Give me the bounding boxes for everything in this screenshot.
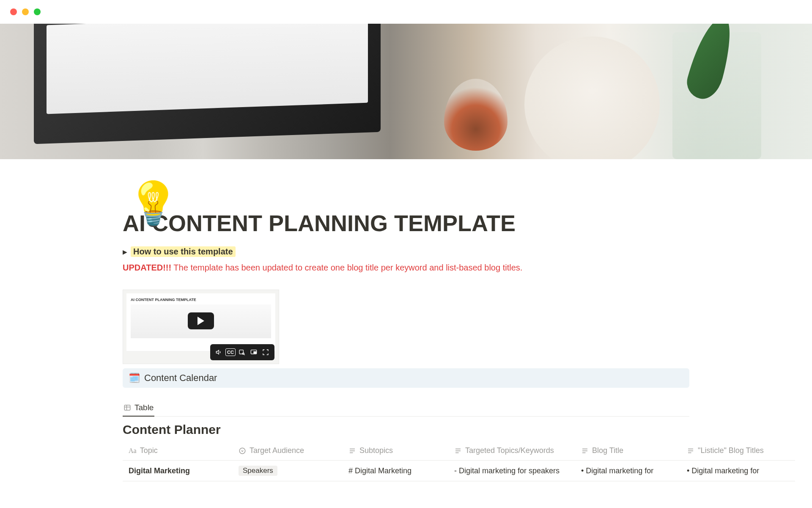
cell-listicle[interactable]: • Digital marketing for bbox=[681, 461, 795, 481]
text-prop-icon bbox=[348, 447, 356, 455]
tab-table[interactable]: Table bbox=[123, 400, 154, 417]
col-subtopics[interactable]: Subtopics bbox=[343, 441, 448, 461]
toggle-triangle-icon: ▶ bbox=[123, 248, 127, 255]
transcript-search-icon[interactable] bbox=[236, 347, 247, 358]
close-window-dot[interactable] bbox=[10, 8, 17, 15]
maximize-window-dot[interactable] bbox=[34, 8, 41, 15]
col-topic-label: Topic bbox=[140, 446, 158, 455]
cell-blog-title[interactable]: • Digital marketing for bbox=[575, 461, 681, 481]
update-notice: UPDATED!!! The template has been updated… bbox=[123, 263, 689, 273]
calendar-link-label: Content Calendar bbox=[144, 373, 217, 384]
cover-image[interactable] bbox=[0, 24, 812, 159]
pip-icon[interactable] bbox=[248, 347, 259, 358]
col-keywords[interactable]: Targeted Topics/Keywords bbox=[448, 441, 575, 461]
tab-table-label: Table bbox=[134, 403, 154, 412]
page-title: AI CONTENT PLANNING TEMPLATE bbox=[123, 210, 689, 236]
text-prop-icon bbox=[687, 447, 694, 455]
svg-point-5 bbox=[239, 448, 245, 454]
col-keywords-label: Targeted Topics/Keywords bbox=[465, 446, 554, 455]
fullscreen-icon[interactable] bbox=[260, 347, 271, 358]
title-prop-icon: Aa bbox=[129, 447, 137, 455]
calendar-icon: 🗓️ bbox=[129, 373, 140, 384]
view-tabs: Table bbox=[123, 400, 689, 417]
content-planner-table: AaTopic Target Audience Subtopics Target… bbox=[123, 441, 795, 481]
update-text: The template has been updated to create … bbox=[171, 263, 522, 272]
cell-keywords[interactable]: - Digital marketing for speakers bbox=[448, 461, 575, 481]
col-subtopics-label: Subtopics bbox=[359, 446, 393, 455]
col-target-audience[interactable]: Target Audience bbox=[233, 441, 343, 461]
svg-rect-4 bbox=[124, 405, 130, 410]
volume-icon[interactable] bbox=[214, 347, 225, 358]
cell-audience[interactable]: Speakers bbox=[233, 461, 343, 481]
cc-icon[interactable]: CC bbox=[225, 348, 236, 356]
how-to-toggle[interactable]: ▶ How to use this template bbox=[123, 246, 689, 257]
col-blog-title[interactable]: Blog Title bbox=[575, 441, 681, 461]
col-audience-label: Target Audience bbox=[250, 446, 304, 455]
svg-rect-3 bbox=[254, 352, 256, 353]
update-prefix: UPDATED!!! bbox=[123, 263, 171, 272]
col-blogtitle-label: Blog Title bbox=[592, 446, 623, 455]
table-header-row: AaTopic Target Audience Subtopics Target… bbox=[123, 441, 795, 461]
cell-topic[interactable]: Digital Marketing bbox=[123, 461, 233, 481]
cell-subtopics[interactable]: # Digital Marketing bbox=[343, 461, 448, 481]
minimize-window-dot[interactable] bbox=[22, 8, 29, 15]
page-icon[interactable]: 💡 bbox=[127, 182, 180, 224]
toggle-label: How to use this template bbox=[131, 246, 236, 257]
table-row[interactable]: Digital Marketing Speakers # Digital Mar… bbox=[123, 461, 795, 481]
audience-tag: Speakers bbox=[239, 466, 277, 476]
video-embed[interactable]: AI CONTENT PLANNING TEMPLATE CC bbox=[123, 290, 279, 364]
col-listicle-label: "Listicle" Blog Titles bbox=[698, 446, 764, 455]
video-thumb-title: AI CONTENT PLANNING TEMPLATE bbox=[131, 298, 271, 302]
play-icon[interactable] bbox=[188, 312, 214, 329]
table-icon bbox=[123, 404, 131, 411]
text-prop-icon bbox=[581, 447, 589, 455]
content-planner-title: Content Planner bbox=[123, 422, 689, 437]
select-prop-icon bbox=[239, 447, 246, 455]
window-controls bbox=[0, 0, 812, 24]
col-listicle[interactable]: "Listicle" Blog Titles bbox=[681, 441, 795, 461]
content-calendar-link[interactable]: 🗓️ Content Calendar bbox=[123, 368, 689, 388]
col-topic[interactable]: AaTopic bbox=[123, 441, 233, 461]
video-controls: CC bbox=[210, 344, 274, 360]
text-prop-icon bbox=[454, 447, 462, 455]
